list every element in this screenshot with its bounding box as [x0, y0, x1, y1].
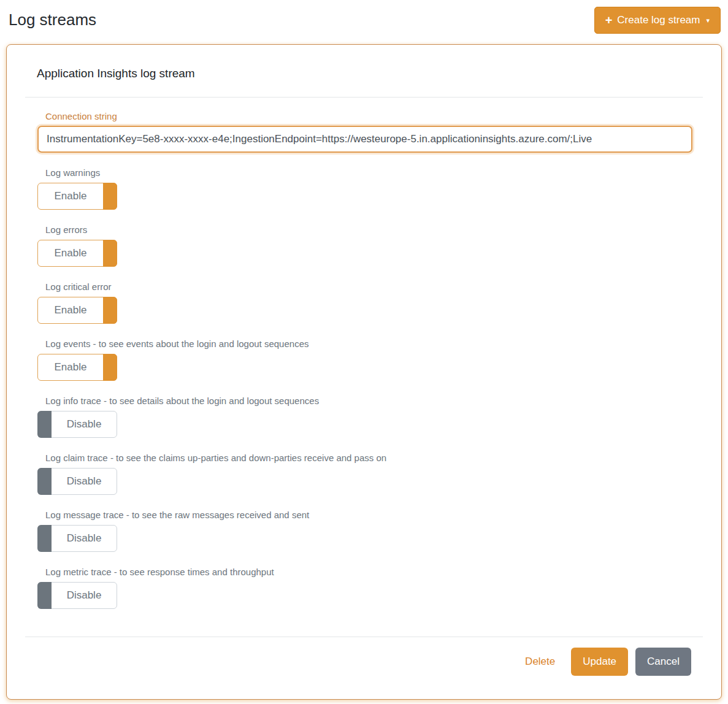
toggle-handle [37, 582, 52, 609]
toggle-group: Log metric trace - to see response times… [37, 567, 692, 609]
footer-divider [25, 637, 703, 637]
toggle-group: Log claim trace - to see the claims up-p… [37, 453, 692, 495]
toggle-label: Log events - to see events about the log… [45, 339, 692, 349]
toggle-group: Log events - to see events about the log… [37, 339, 692, 381]
toggle-label: Log warnings [45, 167, 692, 178]
toggle-state-label: Enable [55, 190, 87, 202]
toggle-switch[interactable]: Enable [37, 354, 117, 381]
toggle-handle [37, 411, 52, 438]
footer-actions: Delete Update Cancel [37, 648, 691, 676]
toggle-label: Log metric trace - to see response times… [45, 567, 692, 577]
toggle-switch[interactable]: Disable [37, 411, 117, 438]
toggle-handle [37, 525, 52, 552]
heading-divider [25, 97, 703, 98]
cancel-button[interactable]: Cancel [635, 648, 691, 676]
toggle-handle [103, 240, 117, 267]
toggle-label: Log critical error [45, 281, 692, 292]
toggle-state-label: Disable [67, 475, 102, 488]
toggle-group: Log info trace - to see details about th… [37, 396, 692, 438]
update-button[interactable]: Update [571, 648, 628, 676]
toggle-state-label: Enable [55, 304, 87, 316]
form-fields: Connection string Log warningsEnableLog … [37, 111, 692, 609]
log-stream-panel-body: Application Insights log stream Connecti… [7, 45, 721, 699]
toggle-state-label: Disable [67, 418, 102, 430]
connection-string-label: Connection string [45, 111, 692, 121]
toggle-state-label: Enable [55, 247, 87, 259]
toggle-switch[interactable]: Enable [37, 183, 117, 210]
toggle-group: Log warningsEnable [37, 167, 692, 210]
toggle-group: Log critical errorEnable [37, 281, 692, 324]
toggle-switch[interactable]: Disable [37, 468, 117, 495]
toggle-switch[interactable]: Disable [37, 582, 117, 609]
toggle-handle [103, 183, 117, 210]
toggle-switch[interactable]: Disable [37, 525, 117, 552]
create-log-stream-label: Create log stream [617, 14, 700, 26]
connection-string-input[interactable] [37, 126, 692, 153]
log-stream-panel: Application Insights log stream Connecti… [6, 44, 722, 700]
toggle-switch[interactable]: Enable [37, 297, 117, 324]
create-log-stream-button[interactable]: + Create log stream ▾ [594, 7, 721, 34]
toggle-list: Log warningsEnableLog errorsEnableLog cr… [37, 167, 692, 609]
panel-heading: Application Insights log stream [37, 66, 703, 82]
toggle-label: Log errors [45, 224, 692, 235]
toggle-label: Log message trace - to see the raw messa… [45, 510, 692, 520]
toggle-state-label: Disable [67, 532, 102, 545]
toggle-handle [103, 297, 117, 324]
toggle-label: Log claim trace - to see the claims up-p… [45, 453, 692, 463]
delete-link[interactable]: Delete [525, 656, 555, 668]
toggle-handle [37, 468, 52, 495]
toggle-state-label: Enable [55, 361, 87, 373]
toggle-state-label: Disable [67, 589, 102, 602]
chevron-down-icon: ▾ [706, 17, 710, 24]
plus-icon: + [605, 14, 613, 26]
toggle-group: Log errorsEnable [37, 224, 692, 267]
topbar: Log streams + Create log stream ▾ [0, 0, 728, 44]
toggle-label: Log info trace - to see details about th… [45, 396, 692, 406]
toggle-handle [103, 354, 117, 381]
toggle-group: Log message trace - to see the raw messa… [37, 510, 692, 552]
toggle-switch[interactable]: Enable [37, 240, 117, 267]
